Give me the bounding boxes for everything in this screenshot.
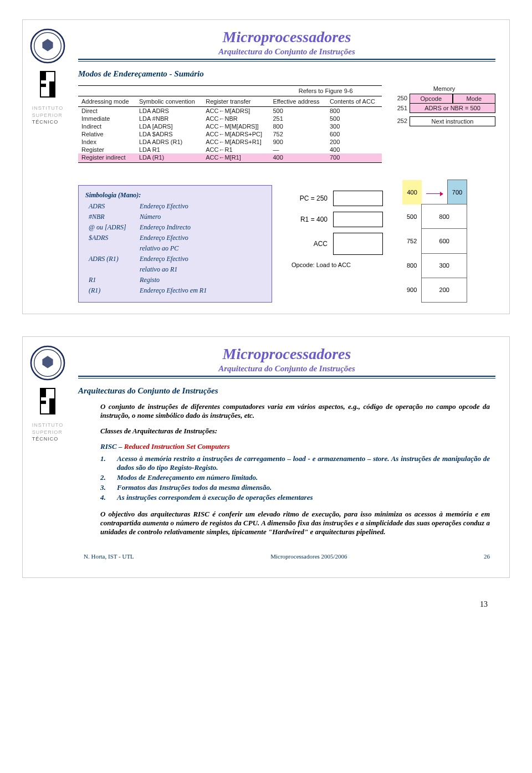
table-row: IndirectLDA [ADRS]ACC←M[M[ADRS]]800300: [78, 122, 382, 130]
sidebar: INSTITUTO SUPERIOR TÉCNICO: [23, 337, 73, 577]
symbology-row: (R1)Endereço Efectivo em R1: [86, 286, 209, 295]
table-row: ImmediateLDA #NBRACC←NBR251500: [78, 115, 382, 122]
table-row: DirectLDA ADRSACC←M[ADRS]500800: [78, 107, 382, 115]
ist-logo: [38, 70, 57, 98]
section-title: Modos de Endereçamento - Sumário: [78, 69, 495, 79]
memory-block-top: Memory 250 Opcode Mode 251 ADRS or NBR =…: [393, 85, 495, 126]
opcode-caption: Opcode: Load to ACC: [291, 262, 383, 268]
footer-page: 26: [484, 553, 490, 560]
symbology-row: @ ou [ADRS]Endereço Indirecto: [86, 223, 209, 232]
section-title: Arquitecturas do Conjunto de Instruções: [78, 386, 495, 396]
paragraph-conclusion: O objectivo das arquitecturas RISC é con…: [100, 510, 490, 536]
institute-name: INSTITUTO SUPERIOR TÉCNICO: [32, 105, 63, 126]
slide-2: INSTITUTO SUPERIOR TÉCNICO Microprocessa…: [22, 336, 510, 578]
symbology-row: #NBRNúmero: [86, 212, 209, 222]
paragraph-classes: Classes de Arquitecturas de Instruções:: [100, 427, 490, 436]
table-row: RegisterLDA R1ACC←R1—400: [78, 146, 382, 153]
svg-rect-10: [40, 401, 46, 404]
acc-box: [333, 233, 383, 255]
paragraph-intro: O conjunto de instruções de diferentes c…: [100, 402, 490, 420]
acc-label: ACC: [291, 240, 328, 248]
r1-box: [333, 212, 383, 227]
table-row: Register indirectLDA (R1)ACC←M[R1]400700: [78, 153, 382, 163]
svg-rect-4: [40, 84, 46, 87]
pc-label: PC = 250: [291, 194, 328, 202]
svg-rect-11: [49, 398, 55, 414]
document-page-number: 13: [22, 600, 488, 609]
risc-list: 1.Acesso à memória restrito a instruções…: [100, 454, 490, 502]
table-row: IndexLDA ADRS (R1)ACC←M[ADRS+R1]900200: [78, 138, 382, 146]
svg-rect-3: [40, 71, 46, 80]
svg-rect-5: [49, 81, 55, 97]
svg-rect-9: [40, 388, 46, 397]
slide-title: Microprocessadores Arquitectura do Conju…: [78, 345, 495, 373]
symbology-row: ADRS (R1)Endereço Efectivo: [86, 254, 209, 264]
r1-label: R1 = 400: [291, 216, 328, 223]
pc-box: [333, 191, 383, 206]
symbology-row: $ADRSEndereço Efectivo: [86, 233, 209, 243]
table-row: RelativeLDA $ADRSACC←M[ADRS+PC]752600: [78, 130, 382, 138]
list-item: 3.Formatos das Instruções todos da mesma…: [100, 483, 490, 492]
university-seal-logo: [30, 345, 65, 381]
list-item: 4.As instruções correspondem à execução …: [100, 493, 490, 502]
memory-block-main: 400 700 500800 752600 800300 900200: [402, 180, 467, 303]
ist-logo: [38, 387, 57, 415]
institute-name: INSTITUTO SUPERIOR TÉCNICO: [32, 422, 63, 443]
footer-author: N. Horta, IST - UTL: [84, 553, 134, 560]
symbology-box: Simbologia (Mano): ADRSEndereço Efectivo…: [78, 185, 272, 303]
sidebar: INSTITUTO SUPERIOR TÉCNICO: [23, 20, 73, 314]
footer-course: Microprocessadores 2005/2006: [270, 553, 347, 560]
slide-footer: N. Horta, IST - UTL Microprocessadores 2…: [84, 553, 490, 560]
symbology-row: R1Registo: [86, 275, 209, 285]
symbology-row: ADRSEndereço Efectivo: [86, 202, 209, 211]
list-item: 2.Modos de Endereçamento em número limit…: [100, 473, 490, 482]
arrow-icon: [426, 193, 443, 194]
slide-1: INSTITUTO SUPERIOR TÉCNICO Microprocessa…: [22, 19, 510, 314]
list-item: 1.Acesso à memória restrito a instruções…: [100, 454, 490, 472]
registers-column: PC = 250 R1 = 400 ACC Opcode: Load to AC…: [291, 191, 383, 303]
university-seal-logo: [30, 28, 65, 64]
risc-heading: RISC – Reduced Instruction Set Computers: [100, 442, 490, 451]
slide-title: Microprocessadores Arquitectura do Conju…: [78, 28, 495, 57]
addressing-modes-table: Refers to Figure 9-6 Addressing mode Sym…: [78, 85, 382, 163]
